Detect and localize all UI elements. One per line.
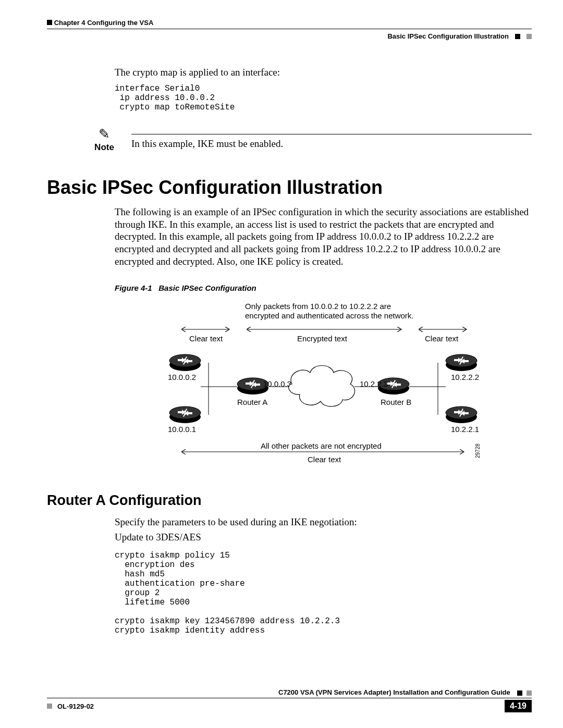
bottom-note: All other packets are not encrypted [261, 441, 382, 450]
router-label: Router A [237, 398, 267, 406]
paragraph: Specify the parameters to be used during… [115, 516, 532, 528]
page-footer: C7200 VSA (VPN Services Adapter) Install… [47, 688, 532, 712]
ip-label: 10.2.2.2 [451, 373, 479, 381]
ip-label: 10.2.2.1 [451, 425, 479, 434]
intro-text: The crypto map is applied to an interfac… [115, 66, 532, 79]
ip-label: 10.0.0.1 [168, 425, 196, 434]
footer-square-icon [47, 704, 52, 709]
heading-1: Basic IPSec Configuration Illustration [47, 177, 532, 199]
figure-caption: Figure 4-1 Basic IPSec Configuration [115, 283, 532, 292]
ipsec-diagram: Only packets from 10.0.0.2 to 10.2.2.2 a… [115, 301, 532, 473]
clear-text-label: Clear text [425, 334, 459, 343]
cloud-icon [289, 365, 355, 406]
header-square-icon [47, 20, 52, 25]
footer-square-icon [517, 690, 522, 696]
encrypted-text-label: Encrypted text [297, 334, 348, 343]
code-block: crypto isakmp policy 15 encryption des h… [115, 551, 532, 635]
router-label: Router B [381, 398, 411, 406]
note-label: Note [94, 142, 114, 153]
header-square-icon [527, 34, 532, 39]
clear-text-label: Clear text [189, 334, 223, 343]
note-text: In this example, IKE must be enabled. [131, 138, 283, 149]
bottom-note: Clear text [308, 455, 341, 464]
footer-square-icon [527, 690, 532, 696]
pencil-icon: ✎ [99, 128, 110, 141]
router-icon [169, 354, 201, 371]
router-icon [169, 406, 201, 423]
page-number: 4-19 [505, 700, 532, 712]
header-square-icon [515, 34, 520, 39]
heading-2: Router A Configuration [47, 492, 532, 509]
doc-id: OL-9129-02 [57, 702, 94, 710]
section-paragraph: The following is an example of an IPSec … [115, 206, 532, 268]
ip-label: 10.0.0.2 [168, 373, 196, 381]
note-block: ✎ Note In this example, IKE must be enab… [89, 128, 532, 153]
guide-title: C7200 VSA (VPN Services Adapter) Install… [278, 688, 510, 696]
diagram-note: encrypted and authenticated across the n… [245, 311, 414, 320]
section-label: Basic IPSec Configuration Illustration [387, 32, 509, 40]
page-header: Chapter 4 Configuring the VSA Basic IPSe… [47, 19, 532, 40]
figure-id: 29728 [475, 443, 481, 458]
router-icon [446, 406, 477, 423]
diagram-note: Only packets from 10.0.0.2 to 10.2.2.2 a… [245, 302, 391, 311]
paragraph: Update to 3DES/AES [115, 531, 532, 544]
router-icon [446, 354, 477, 371]
code-block: interface Serial0 ip address 10.0.0.2 cr… [115, 84, 532, 112]
chapter-label: Chapter 4 Configuring the VSA [54, 19, 154, 27]
